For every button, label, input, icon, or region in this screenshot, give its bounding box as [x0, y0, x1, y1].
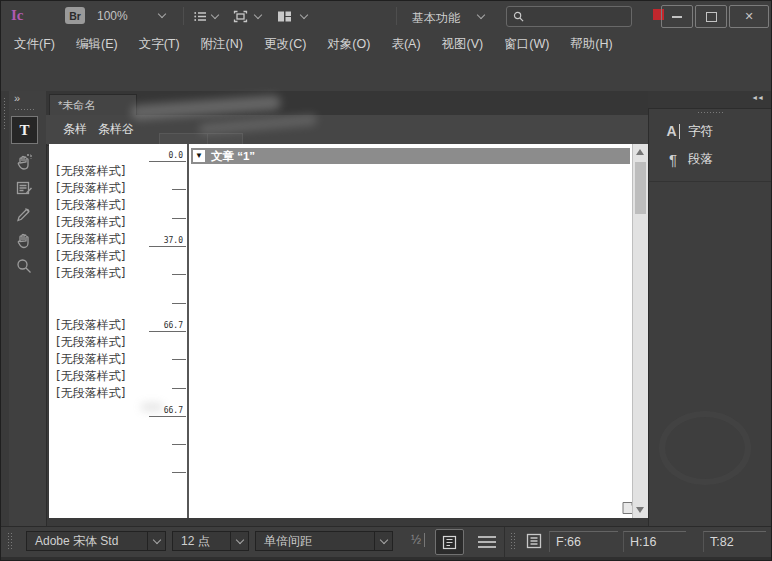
- galley-row[interactable]: [无段落样式]: [56, 368, 176, 385]
- position-tool[interactable]: [13, 151, 35, 173]
- ruler-tick: [172, 189, 186, 190]
- ruler-tick: [149, 161, 186, 162]
- close-button[interactable]: ✕: [729, 5, 769, 28]
- galley-info-toggle-button[interactable]: [435, 529, 464, 555]
- character-panel-button[interactable]: A 字符: [648, 118, 772, 144]
- statusbar-grip-handle[interactable]: [7, 532, 12, 551]
- document-tab[interactable]: *未命名: [49, 94, 137, 115]
- menu-item-type[interactable]: 文字(T): [139, 36, 180, 53]
- font-family-value: Adobe 宋体 Std: [27, 533, 147, 550]
- right-panel-grip-handle[interactable]: [697, 111, 723, 115]
- galley-row[interactable]: [无段落样式]: [56, 351, 176, 368]
- smudge-artifact: [141, 403, 163, 411]
- note-tool-icon: [14, 178, 34, 198]
- ruler-tick: [149, 331, 186, 332]
- galley-row[interactable]: [无段落样式]: [56, 248, 176, 265]
- tools-panel-grip-handle[interactable]: [14, 108, 35, 112]
- menu-item-window[interactable]: 窗口(W): [504, 36, 549, 53]
- tools-panel-expand-icon[interactable]: »: [14, 92, 18, 104]
- menu-item-edit[interactable]: 编辑(E): [76, 36, 118, 53]
- story-editor-area[interactable]: [189, 144, 632, 518]
- zoom-dropdown-chevron-icon[interactable]: [158, 10, 166, 18]
- ruler-tick: [172, 218, 186, 219]
- eyedropper-icon: [14, 204, 34, 224]
- search-icon: [513, 11, 524, 22]
- panel-collapse-icon[interactable]: ◄◄: [751, 94, 763, 101]
- paragraph-panel-button[interactable]: ¶ 段落: [648, 146, 772, 172]
- character-panel-label: 字符: [688, 123, 713, 140]
- triangle-down-icon: ▼: [195, 152, 203, 160]
- ruler-tick: [172, 359, 186, 360]
- minimize-icon: [672, 16, 682, 18]
- titlebar-separator: [396, 7, 397, 25]
- search-input[interactable]: [528, 10, 624, 24]
- statusbar-grip-handle[interactable]: [510, 532, 515, 551]
- galley-row[interactable]: [无段落样式]: [56, 197, 176, 214]
- scroll-up-icon[interactable]: [636, 149, 644, 155]
- ruler-mark-label: 0.0: [149, 151, 183, 160]
- ruler-tick: [172, 444, 186, 445]
- menu-item-view[interactable]: 视图(V): [442, 36, 484, 53]
- ruler-tick: [172, 388, 186, 389]
- maximize-icon: [706, 12, 717, 22]
- minimize-button[interactable]: [661, 5, 693, 28]
- menu-item-changes[interactable]: 更改(C): [264, 36, 306, 53]
- zoom-level-value[interactable]: 100%: [97, 9, 128, 23]
- eyedropper-tool[interactable]: [13, 203, 35, 225]
- menu-item-object[interactable]: 对象(O): [327, 36, 370, 53]
- leading-dropdown[interactable]: 单倍间距: [255, 531, 393, 551]
- incopy-window: Ic Br 100% 基本功能: [0, 0, 772, 561]
- maximize-button[interactable]: [695, 5, 727, 28]
- position-tool-icon: [14, 152, 34, 172]
- arrange-documents-chevron-icon[interactable]: [300, 11, 308, 19]
- galley-row[interactable]: [无段落样式]: [56, 265, 176, 282]
- ruler-tick: [172, 274, 186, 275]
- galley-row[interactable]: [无段落样式]: [56, 334, 176, 351]
- story-collapse-button[interactable]: ▼: [193, 150, 205, 162]
- menu-item-notes[interactable]: 附注(N): [201, 36, 243, 53]
- rail-grip-handle[interactable]: [3, 97, 7, 129]
- type-tool-icon: T: [19, 122, 29, 139]
- screen-mode-icon[interactable]: [233, 10, 248, 23]
- font-size-value: 12 点: [173, 533, 230, 550]
- menu-item-file[interactable]: 文件(F): [14, 36, 55, 53]
- statusbar-separator: [504, 527, 505, 557]
- statusbar-menu-button[interactable]: [478, 536, 496, 551]
- scrollbar-thumb[interactable]: [635, 162, 646, 214]
- view-options-icon[interactable]: [193, 10, 208, 23]
- search-box[interactable]: [506, 6, 632, 27]
- font-family-dropdown[interactable]: Adobe 宋体 Std: [26, 531, 166, 551]
- copyfit-depth-counter: F:66: [549, 531, 618, 552]
- note-tool[interactable]: [13, 177, 35, 199]
- galley-row[interactable]: [无段落样式]: [56, 163, 176, 180]
- bridge-button[interactable]: Br: [65, 7, 85, 24]
- tab-galley-view-2[interactable]: 条样谷: [98, 121, 134, 138]
- hand-tool-icon: [14, 230, 34, 250]
- arrange-documents-icon[interactable]: [277, 10, 292, 23]
- galley-row[interactable]: [无段落样式]: [56, 214, 176, 231]
- menu-item-table[interactable]: 表(A): [391, 36, 420, 53]
- watermark-artifact: [659, 411, 751, 485]
- vertical-scrollbar[interactable]: [632, 144, 648, 518]
- tab-galley-view[interactable]: 条样: [63, 121, 87, 138]
- zoom-tool-icon: [14, 256, 34, 276]
- ruler-mark-label: 37.0: [149, 236, 183, 245]
- workspace-chevron-icon[interactable]: [477, 11, 485, 19]
- zoom-tool[interactable]: [13, 255, 35, 277]
- type-tool[interactable]: T: [11, 116, 38, 144]
- galley-row[interactable]: [无段落样式]: [56, 180, 176, 197]
- screen-mode-chevron-icon[interactable]: [254, 11, 262, 19]
- galley-row[interactable]: [无段落样式]: [56, 385, 176, 402]
- window-bottom-edge: [1, 557, 771, 561]
- hand-tool[interactable]: [13, 229, 35, 251]
- font-size-dropdown[interactable]: 12 点: [172, 531, 249, 551]
- view-options-chevron-icon[interactable]: [211, 11, 219, 19]
- font-size-chevron[interactable]: [230, 532, 248, 550]
- right-panel-header: ◄◄: [648, 91, 772, 109]
- menu-item-help[interactable]: 帮助(H): [570, 36, 612, 53]
- font-family-chevron[interactable]: [147, 532, 165, 550]
- leading-chevron[interactable]: [374, 532, 392, 550]
- workspace-switcher[interactable]: 基本功能: [412, 10, 460, 27]
- close-icon: ✕: [744, 10, 753, 23]
- scroll-down-icon[interactable]: [636, 507, 644, 513]
